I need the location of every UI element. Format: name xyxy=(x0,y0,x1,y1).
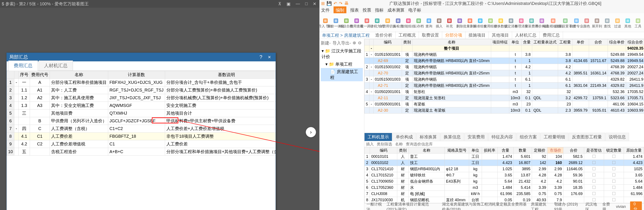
table-row[interactable]: 5CL17009050材低合金钢焊条E43系列kg5.6421.4324.24.… xyxy=(364,178,644,184)
table-row[interactable]: 200010102人技工工日4.42316.8071421602689.124.… xyxy=(364,160,644,166)
menu-2[interactable]: 报表 xyxy=(350,7,359,13)
nav-tab-4[interactable]: 措施项目 xyxy=(466,31,489,40)
table-row[interactable]: 10五含税工程造价A+B+C分部分项工程和单价措施项目+其他项目费+人工费调整（… xyxy=(7,148,276,156)
filter-insert[interactable]: 插入 xyxy=(366,142,374,147)
nav-tab-6[interactable]: 人材机汇总 xyxy=(512,31,540,40)
menu-5[interactable]: 成本测算 xyxy=(388,7,404,13)
svg-rect-19 xyxy=(417,20,420,22)
table-row[interactable]: 41.3A3其中：安全文明施工费AQWMSGF安全文明施工费522.46安全文明… xyxy=(7,102,276,110)
table-row[interactable]: 6B甲供费用（另列不计入造价）JGCLF+JGZCF+JGSBF甲供材料费+甲供… xyxy=(7,117,276,125)
toolbar-btn-29[interactable]: 其他 xyxy=(623,16,632,29)
tree-expand-icon[interactable]: ⊕ xyxy=(352,40,356,46)
table-row[interactable]: 2-010515001002项现浇构件钢筋t4.24.24768.3920027… xyxy=(364,64,644,70)
table-row[interactable]: 31.2A2其中：施工机具使用费JXF_TSJ+DJCS_JXF_TSJ分部分项… xyxy=(7,94,276,102)
filter-query[interactable]: 查询选价信息库 xyxy=(406,142,433,147)
table-row[interactable]: 5-010505001001项有梁板m32323461.0610604.15 xyxy=(364,101,644,107)
table-row[interactable]: 4CL17015210材镀锌铁丝Φ0.7kg3.6513.874.284.285… xyxy=(364,172,644,178)
lower-tab-7[interactable]: 工程量明细 xyxy=(540,133,568,141)
toolbar-btn-23[interactable]: 批量设置子目 xyxy=(560,16,571,29)
undo-icon[interactable]: ↶ xyxy=(334,1,337,6)
upper-grid[interactable]: 编码类别名称项目特征单位含量工程量表达式工程量单价合价综合单价综合合价单价构成文… xyxy=(364,39,644,114)
tab-fee-summary[interactable]: 费用汇总 xyxy=(8,60,38,71)
toolbar-btn-28[interactable]: 过滤 xyxy=(613,16,622,29)
menu-0[interactable]: 文件 xyxy=(321,7,330,13)
tree-node-1[interactable]: ▾ 📁 单项工程 xyxy=(321,60,363,68)
toolbar-btn-10[interactable]: 查询 xyxy=(424,16,434,29)
floating-next-button[interactable]: › xyxy=(306,127,316,137)
filter-category[interactable]: 类别筛选 xyxy=(377,142,392,147)
image-viewer-title: $ 参索) - 第2 / 5张 - 100% - 爱奇艺万能看图王 xyxy=(2,1,277,7)
lower-tab-0[interactable]: 工料机显示 xyxy=(364,133,392,141)
lower-tab-9[interactable]: 说明信息 xyxy=(606,133,629,141)
toolbar-btn-12[interactable]: 补充 xyxy=(445,16,454,29)
toolbar-btn-27[interactable]: 查找 xyxy=(602,16,612,29)
dialog-close-icon[interactable]: × xyxy=(266,54,273,60)
lower-tab-2[interactable]: 标准换算 xyxy=(416,133,440,141)
nav-tab-3[interactable]: 分部分项 xyxy=(442,31,466,40)
table-row[interactable]: 3-010515001003项现浇构件钢筋t6.16.14329.8226411… xyxy=(364,76,644,82)
table-row[interactable]: 84.1C1人工费价差FBGBFTZ_18非包干18项目人工费调整408.04 xyxy=(7,132,276,140)
lower-tab-8[interactable]: 反查图形工程量 xyxy=(569,133,605,141)
tree-import-button[interactable]: 导入导出- xyxy=(332,40,351,46)
lower-tab-6[interactable]: 组价方案 xyxy=(516,133,540,141)
status-score[interactable]: 0分 xyxy=(630,202,642,210)
lower-tab-3[interactable]: 换算信息 xyxy=(440,133,464,141)
toolbar-btn-26[interactable]: 展开到 xyxy=(592,16,602,29)
nav-tab-2[interactable]: 取费设置 xyxy=(419,31,442,40)
table-row[interactable]: A2-11定现浇混凝土 矩形柱10m30.1QDL3.24299.7213759… xyxy=(364,95,644,101)
table-row[interactable]: 100010101人普工工日1.4745.60192104582.51.474 xyxy=(364,154,644,160)
table-row[interactable]: A2-30定现浇混凝土 有梁板10m30.1QDL2.33959.799105.… xyxy=(364,107,644,114)
svg-rect-51 xyxy=(586,20,588,22)
table-row[interactable]: 1-010515001001项现浇构件钢筋t3.83.85249.8819949… xyxy=(364,52,644,58)
toolbar-btn-9[interactable]: 云存档 xyxy=(414,16,423,29)
menu-6[interactable]: 电子标 xyxy=(408,7,421,13)
menu-3[interactable]: 投票 xyxy=(362,7,371,13)
tree-new-button[interactable]: 新建- xyxy=(321,40,331,46)
pin-icon[interactable]: ⊼ xyxy=(277,1,283,6)
table-row[interactable]: 94.2C2人工费价差增值税C1人工费价差936.72 xyxy=(7,140,276,148)
table-row[interactable]: 7-四C人工费调整（含税）C1+C2人工费价差+人工费价差增值税444.76人工… xyxy=(7,125,276,132)
toolbar-btn-30[interactable]: 工具 xyxy=(633,16,643,29)
print-icon[interactable]: 🖶 xyxy=(344,1,348,6)
tab-material-summary[interactable]: 人材机汇总 xyxy=(39,60,73,70)
fullscreen-icon[interactable]: ▣ xyxy=(285,1,292,6)
table-row[interactable]: 21.1A1其中：人工费RGF_TSJ+DJCS_RGF_TSJ分部分项人工费预… xyxy=(7,86,276,94)
filter-name[interactable]: 名称 xyxy=(395,142,403,147)
status-fee: 全费用 xyxy=(602,202,612,210)
lower-tab-1[interactable]: 单价构成 xyxy=(392,133,416,141)
toolbar-btn-6[interactable]: 全费用切换 xyxy=(383,16,392,29)
tree-collapse-icon[interactable]: ⊖ xyxy=(358,40,362,46)
close-icon[interactable]: ✕ xyxy=(312,1,318,6)
table-row[interactable]: A2-69定现浇构件带肋钢筋 HRB400以内 直径<10mmt13.84134… xyxy=(364,58,644,64)
glodon-titlebar: ⊞ 💾 ↶ ↷ 🖶 广联达预算计价 - [投标管理 - 江汉大学施工段计价 - … xyxy=(320,0,644,7)
menu-1[interactable]: 编制 xyxy=(334,6,346,14)
nav-tab-7[interactable]: 费用汇总 xyxy=(540,31,563,40)
menu-4[interactable]: 指标 xyxy=(375,7,384,13)
lower-grid[interactable]: 编码类别名称规格及型号单位损耗率含量数量定额价市场价合价是否暂估锁定数量原始含量… xyxy=(364,147,644,203)
table-row[interactable]: A2-71定现浇构件带肋钢筋 HRB400以内 直径<25mmt16.13631… xyxy=(364,82,644,89)
table-row[interactable]: 1-一A分部分项工程和单价措施项目FBFXHJ_XUG+DJCS_XUG分部分项… xyxy=(7,79,276,86)
table-row[interactable]: A2-70定现浇构件带肋钢筋 HRB400以内 直径<25mmt14.23895… xyxy=(364,70,644,76)
lower-tab-5[interactable]: 特征及内容 xyxy=(488,133,516,141)
nav-tab-0[interactable]: 造价分析 xyxy=(372,31,396,40)
toolbar-btn-11[interactable]: 插入 xyxy=(434,16,444,29)
maximize-icon[interactable]: □ xyxy=(304,1,309,6)
toolbar-btn-8[interactable]: 智能组价 xyxy=(404,16,413,29)
table-row[interactable]: 6CL17052360材水m31.4845.4143.393.3918.351.… xyxy=(364,184,644,191)
breadcrumb[interactable]: 单项工程 > 房屋建筑工程 xyxy=(320,32,372,38)
table-row[interactable]: 4-010502001001项矩形柱m33232532.3617035.52 xyxy=(364,89,644,95)
minimize-icon[interactable]: — xyxy=(294,1,301,6)
tree-node-2[interactable]: 📄 房屋建筑工程 xyxy=(321,68,363,81)
toolbar-btn-25[interactable]: 颜色 xyxy=(582,16,592,29)
tree-root[interactable]: ▾ 📁 江汉大学施工段计价 xyxy=(321,47,363,60)
nav-tab-1[interactable]: 工程概况 xyxy=(396,31,419,40)
table-row[interactable]: 5三其他项目费QTXMHJ其他项目合计0.00其他项目费 xyxy=(7,110,276,117)
table-row[interactable]: 7CLHJ008材电 [机械]kW·h61.996235.5850.750.75… xyxy=(364,191,644,197)
toolbar-btn-24[interactable]: 取费专业 xyxy=(572,16,581,29)
table-row[interactable]: 3CL17021410材钢筋HRB400以内φ12 18kg1.02538952… xyxy=(364,166,644,172)
nav-tab-5[interactable]: 其他项目 xyxy=(489,31,512,40)
lower-tab-4[interactable]: 安装费用 xyxy=(464,133,488,141)
dialog-help-icon[interactable]: ? xyxy=(258,54,264,60)
redo-icon[interactable]: ↷ xyxy=(339,1,342,6)
save-icon[interactable]: 💾 xyxy=(326,1,332,6)
